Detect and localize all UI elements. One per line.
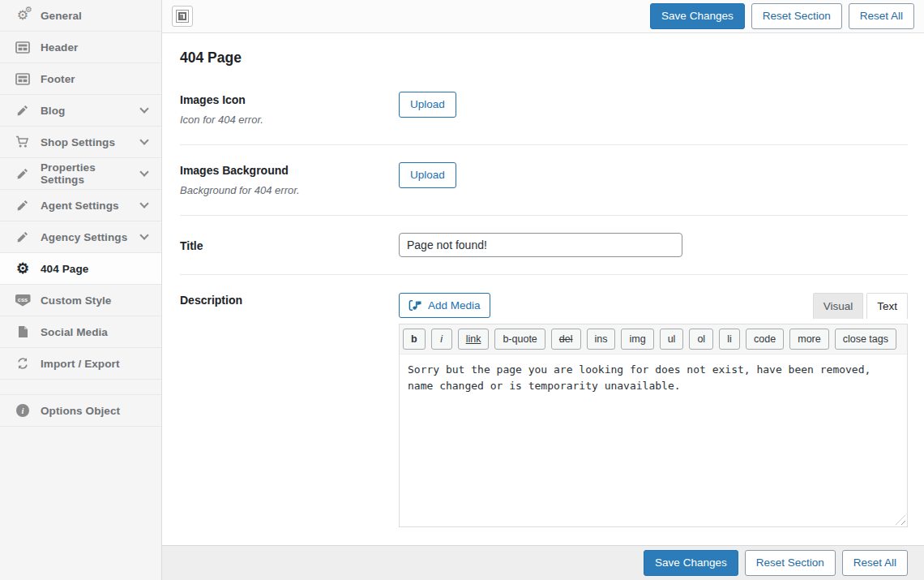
qt-bold-button[interactable]: b [403,329,426,350]
title-input[interactable] [399,233,682,257]
upload-images-background-button[interactable]: Upload [399,162,456,188]
description-editor: Add Media Visual Text b i link b-quote [399,292,908,527]
settings-content: 404 Page Images Icon Icon for 404 error.… [162,33,924,545]
qt-more-button[interactable]: more [789,329,828,350]
sync-icon [13,354,32,372]
top-action-bar: Save Changes Reset Section Reset All [162,0,924,33]
sidebar-item-agent-settings[interactable]: Agent Settings [0,190,161,221]
sidebar-item-header[interactable]: Header [0,32,161,63]
sidebar-item-404-page[interactable]: ⚙ 404 Page [0,253,161,285]
expand-options-button[interactable] [172,6,193,27]
editor-tabs: Visual Text [813,293,908,319]
main-panel: Save Changes Reset Section Reset All 404… [162,0,924,580]
settings-sidebar: ⚙ ⚙ General Header Footer [0,0,162,580]
qt-del-button[interactable]: del [551,329,581,350]
chevron-down-icon [139,104,148,113]
page-icon [13,323,32,341]
sidebar-item-options-object[interactable]: i Options Object [0,395,161,427]
css-badge-icon: css [13,291,32,309]
layout-icon [13,70,32,88]
reset-section-button-bottom[interactable]: Reset Section [745,550,836,576]
qt-blockquote-button[interactable]: b-quote [494,329,545,350]
expand-icon [176,10,189,23]
sidebar-item-properties-settings[interactable]: Properties Settings [0,158,161,190]
reset-section-button[interactable]: Reset Section [751,3,842,29]
sidebar-item-label: Import / Export [41,358,120,370]
save-changes-button[interactable]: Save Changes [650,3,745,29]
bottom-action-bar: Save Changes Reset Section Reset All [162,545,924,580]
media-icon [409,299,422,311]
pencil-icon [13,101,32,119]
chevron-down-icon [139,230,148,239]
reset-all-button-bottom[interactable]: Reset All [842,550,908,576]
pencil-icon [13,165,32,183]
editor-box: b i link b-quote del ins img ul ol li co… [399,324,908,527]
sidebar-item-label: Custom Style [41,294,111,307]
sidebar-item-footer[interactable]: Footer [0,63,161,95]
sidebar-item-custom-style[interactable]: css Custom Style [0,285,161,316]
add-media-label: Add Media [428,300,481,311]
sidebar-item-import-export[interactable]: Import / Export [0,348,161,380]
chevron-down-icon [139,199,148,208]
field-row-images-background: Images Background Background for 404 err… [180,145,908,216]
sidebar-item-label: Social Media [41,326,108,338]
qt-code-button[interactable]: code [746,329,784,350]
field-row-images-icon: Images Icon Icon for 404 error. Upload [180,75,908,145]
info-icon: i [13,402,32,419]
sidebar-item-label: Properties Settings [41,161,141,186]
qt-close-tags-button[interactable]: close tags [835,329,896,350]
sidebar-item-shop-settings[interactable]: Shop Settings [0,127,161,158]
upload-images-icon-button[interactable]: Upload [399,92,456,118]
description-textarea[interactable]: Sorry but the page you are looking for d… [400,354,907,526]
reset-all-button[interactable]: Reset All [849,3,914,29]
chevron-down-icon [139,167,148,176]
qt-ol-button[interactable]: ol [689,329,713,350]
sidebar-item-label: Agent Settings [41,200,119,212]
field-description: Icon for 404 error. [180,114,399,126]
sidebar-item-label: Header [41,41,78,54]
field-label: Title [180,239,399,252]
sidebar-item-agency-settings[interactable]: Agency Settings [0,221,161,253]
pencil-icon [13,228,32,246]
sidebar-item-label: General [41,10,82,22]
tab-visual[interactable]: Visual [813,293,864,319]
qt-ins-button[interactable]: ins [587,329,616,350]
sidebar-item-social-media[interactable]: Social Media [0,316,161,348]
add-media-button[interactable]: Add Media [399,293,490,318]
sidebar-item-general[interactable]: ⚙ ⚙ General [0,0,161,32]
field-description: Background for 404 error. [180,184,399,196]
gears-icon: ⚙ ⚙ [13,6,32,24]
qt-img-button[interactable]: img [621,329,653,350]
qt-italic-button[interactable]: i [431,329,452,350]
sidebar-item-label: Footer [41,73,75,85]
tab-text[interactable]: Text [866,293,908,319]
field-row-title: Title [180,216,908,275]
sidebar-item-blog[interactable]: Blog [0,95,161,127]
sidebar-menu: ⚙ ⚙ General Header Footer [0,0,161,427]
sidebar-spacer [0,380,161,395]
sidebar-item-label: Blog [41,105,65,117]
options-window: ⚙ ⚙ General Header Footer [0,0,924,580]
field-label: Description [180,294,399,307]
sidebar-item-label: Agency Settings [41,231,127,243]
layout-icon [13,38,32,56]
field-row-description: Description Add Media Visual Text [180,275,908,545]
qt-ul-button[interactable]: ul [660,329,684,350]
qt-link-button[interactable]: link [458,329,490,350]
quicktags-toolbar: b i link b-quote del ins img ul ol li co… [400,324,907,354]
sidebar-item-label: Shop Settings [41,136,115,148]
qt-li-button[interactable]: li [719,329,740,350]
chevron-down-icon [139,135,148,144]
sidebar-item-label: 404 Page [41,263,88,275]
field-label: Images Icon [180,93,399,106]
pencil-icon [13,196,32,214]
save-changes-button-bottom[interactable]: Save Changes [644,550,738,576]
sidebar-item-label: Options Object [41,405,120,417]
gear-icon: ⚙ [13,260,32,277]
cart-icon [13,133,32,151]
page-title: 404 Page [180,49,908,67]
field-label: Images Background [180,164,399,177]
